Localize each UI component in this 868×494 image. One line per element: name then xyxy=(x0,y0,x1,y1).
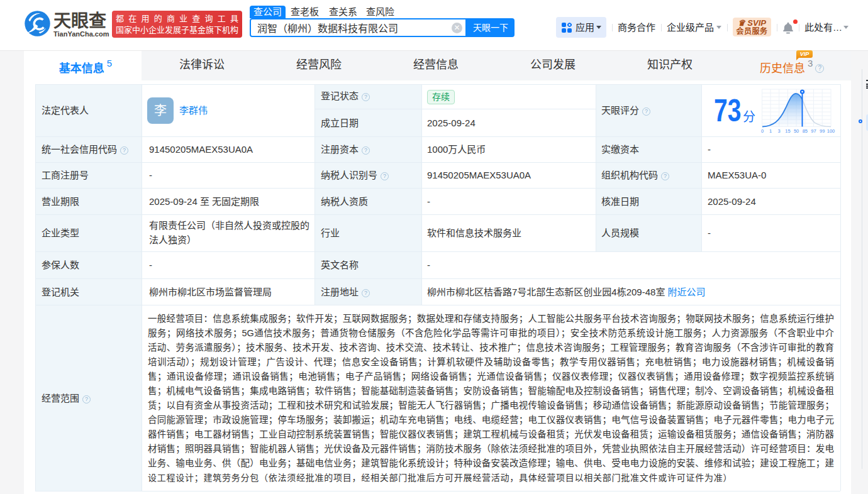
svg-text:15: 15 xyxy=(785,128,790,134)
svg-text:97: 97 xyxy=(811,128,816,134)
svg-text:85: 85 xyxy=(803,128,808,134)
svg-text:100: 100 xyxy=(827,128,835,134)
svg-text:3: 3 xyxy=(778,128,781,134)
svg-text:1: 1 xyxy=(769,128,772,134)
svg-text:50: 50 xyxy=(794,128,799,134)
svg-text:0: 0 xyxy=(761,128,764,134)
svg-text:99: 99 xyxy=(820,128,825,134)
